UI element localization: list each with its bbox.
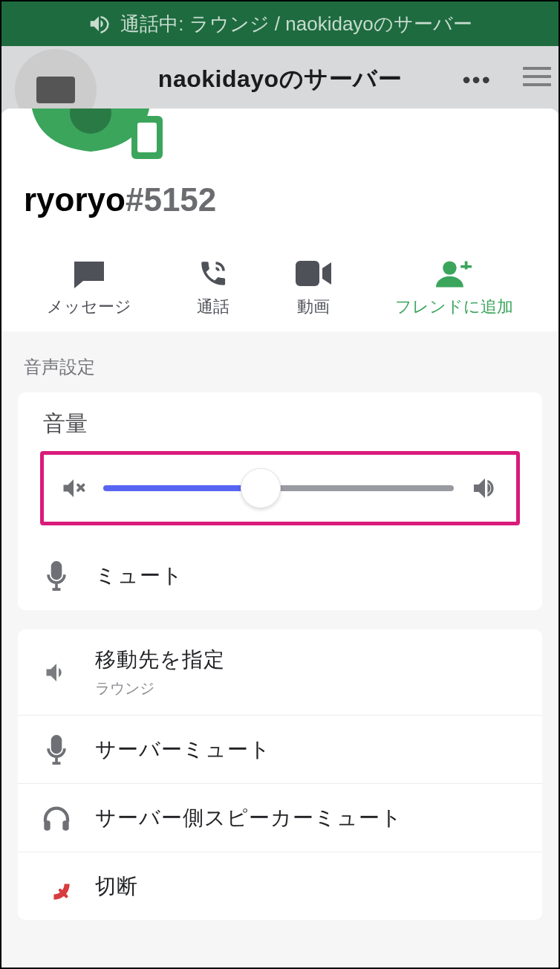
profile-header: ryoryo#5152 メッセージ 通話 動画: [1, 108, 559, 331]
svg-rect-5: [44, 820, 50, 830]
server-voice-card: 移動先を指定 ラウンジ サーバーミュート サーバー側スピーカーミュー: [18, 629, 542, 920]
discriminator: #5152: [126, 181, 216, 218]
mobile-online-icon: [131, 116, 163, 159]
username: ryoryo: [24, 181, 126, 218]
move-to-row[interactable]: 移動先を指定 ラウンジ: [18, 629, 542, 715]
profile-actions: メッセージ 通話 動画: [1, 259, 559, 318]
volume-max-icon: [470, 473, 500, 503]
server-deafen-row[interactable]: サーバー側スピーカーミュート: [18, 783, 542, 852]
voice-connected-text: 通話中: ラウンジ / naokidayoのサーバー: [120, 11, 472, 37]
mute-row[interactable]: ミュート: [18, 542, 542, 610]
call-label: 通話: [197, 296, 229, 318]
volume-mute-icon: [60, 475, 87, 502]
more-button[interactable]: •••: [462, 66, 492, 94]
audio-settings-card: 音量 ミュート: [18, 392, 542, 610]
add-friend-icon: [436, 259, 472, 288]
message-icon: [71, 259, 107, 288]
call-button[interactable]: 通話: [195, 259, 231, 318]
server-header: naokidayoのサーバー •••: [1, 46, 559, 113]
message-button[interactable]: メッセージ: [47, 259, 131, 318]
move-to-sub: ラウンジ: [95, 678, 521, 699]
audio-settings-title: 音声設定: [1, 331, 559, 392]
svg-rect-1: [296, 261, 319, 286]
server-deafen-label: サーバー側スピーカーミュート: [95, 804, 521, 832]
volume-slider-highlight: [40, 451, 520, 525]
disconnect-label: 切断: [95, 872, 521, 901]
microphone-icon: [39, 561, 74, 591]
video-icon: [296, 259, 331, 288]
add-friend-label: フレンドに追加: [395, 296, 513, 318]
add-friend-button[interactable]: フレンドに追加: [395, 259, 513, 318]
user-tag: ryoryo#5152: [24, 181, 216, 218]
speaker-icon: [88, 13, 110, 35]
svg-point-2: [443, 261, 457, 274]
disconnect-icon: [39, 872, 74, 901]
svg-rect-6: [62, 820, 68, 830]
video-label: 動画: [297, 296, 330, 318]
call-icon: [195, 259, 231, 288]
move-to-label: 移動先を指定: [95, 646, 521, 674]
server-mute-label: サーバーミュート: [95, 736, 521, 764]
microphone-icon: [39, 735, 74, 765]
svg-rect-3: [53, 563, 61, 579]
mute-label: ミュート: [95, 562, 521, 590]
video-button[interactable]: 動画: [296, 259, 331, 318]
speaker-icon: [39, 659, 74, 686]
user-detail-sheet: ryoryo#5152 メッセージ 通話 動画: [1, 108, 559, 968]
volume-label: 音量: [40, 409, 520, 444]
hamburger-menu-icon[interactable]: [523, 67, 551, 86]
volume-row: 音量: [18, 392, 542, 542]
headphones-icon: [39, 804, 74, 832]
message-label: メッセージ: [47, 296, 131, 318]
volume-slider[interactable]: [103, 485, 454, 491]
volume-slider-thumb[interactable]: [241, 468, 281, 508]
disconnect-row[interactable]: 切断: [18, 852, 542, 920]
svg-rect-4: [53, 736, 61, 752]
server-mute-row[interactable]: サーバーミュート: [18, 715, 542, 783]
voice-connected-banner[interactable]: 通話中: ラウンジ / naokidayoのサーバー: [1, 1, 559, 46]
